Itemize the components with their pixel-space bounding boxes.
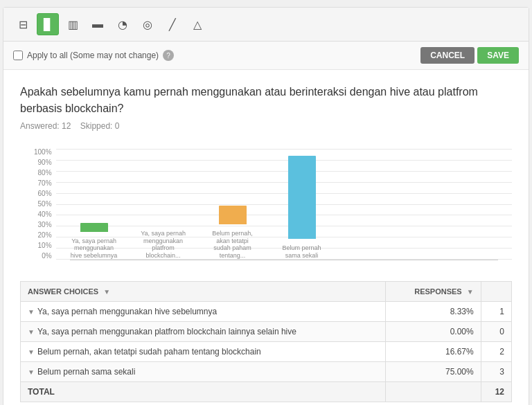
help-icon[interactable]: ? (163, 50, 174, 61)
response-count-cell: 0 (481, 322, 511, 342)
bar-group: Belum pernah, akan tetatpi sudah paham t… (209, 206, 257, 260)
answer-choice-cell: ▼Belum pernah sama sekali (21, 362, 386, 382)
area-chart-icon[interactable]: △ (186, 13, 209, 35)
col-count-header (481, 282, 511, 302)
y-axis: 0%10%20%30%40%50%60%70%80%90%100% (34, 149, 52, 260)
y-axis-label: 50% (34, 201, 52, 208)
bars-row: Ya, saya pernah menggunakan hive sebelum… (56, 149, 512, 260)
total-row: TOTAL12 (21, 382, 512, 402)
action-buttons: CANCEL SAVE (420, 47, 519, 64)
bar-group: Ya, saya pernah menggunakan platfrom blo… (139, 224, 188, 260)
bar-chart-icon[interactable]: ▊ (37, 13, 59, 35)
response-pct-cell: 8.33% (386, 302, 481, 322)
bar-x-label: Belum pernah, akan tetatpi sudah paham t… (209, 230, 257, 260)
y-axis-label: 30% (34, 222, 52, 228)
apply-all-group: Apply to all (Some may not change) ? (13, 50, 174, 61)
bar-x-label: Ya, saya pernah menggunakan hive sebelum… (70, 237, 118, 260)
y-axis-label: 80% (34, 170, 52, 177)
apply-all-checkbox[interactable] (13, 51, 23, 60)
answer-choice-cell: ▼Belum pernah, akan tetatpi sudah paham … (21, 342, 386, 362)
question-meta: Answered: 12 Skipped: 0 (20, 121, 512, 131)
cancel-button[interactable]: CANCEL (420, 47, 475, 64)
response-pct-cell: 75.00% (386, 362, 481, 382)
bar (219, 206, 247, 224)
response-count-cell: 1 (481, 302, 511, 322)
response-pct-cell: 0.00% (386, 322, 481, 342)
responses-sort-icon[interactable]: ▼ (467, 288, 474, 296)
response-count-cell: 3 (481, 362, 511, 382)
total-count-cell: 12 (481, 382, 511, 402)
y-axis-label: 70% (34, 180, 52, 187)
question-title: Apakah sebelumnya kamu pernah menggunaka… (20, 84, 512, 117)
table-row: ▼Belum pernah sama sekali75.00%3 (21, 362, 512, 382)
apply-all-label: Apply to all (Some may not change) (27, 51, 159, 60)
response-count-cell: 2 (481, 342, 511, 362)
bar (80, 223, 108, 232)
answered-value: 12 (62, 121, 71, 131)
bar-group: Belum pernah sama sekali (278, 156, 326, 260)
row-expand-icon[interactable]: ▼ (28, 328, 35, 336)
stacked-chart-icon[interactable]: ▥ (62, 13, 84, 35)
skipped-label: Skipped: (80, 121, 113, 131)
total-label-cell: TOTAL (21, 382, 386, 402)
answer-choice-cell: ▼Ya, saya pernah menggunakan hive sebelu… (21, 302, 386, 322)
skipped-value: 0 (115, 121, 120, 131)
col-responses-header: RESPONSES ▼ (386, 282, 481, 302)
column-chart-icon[interactable]: ▬ (87, 13, 109, 35)
y-axis-label: 40% (34, 211, 52, 218)
table-row: ▼Belum pernah, akan tetatpi sudah paham … (21, 342, 512, 362)
save-button[interactable]: SAVE (477, 47, 519, 64)
table-row: ▼Ya, saya pernah menggunakan platfrom bl… (21, 322, 512, 342)
table-chart-icon[interactable]: ⊟ (12, 13, 34, 35)
bar-x-label: Ya, saya pernah menggunakan platfrom blo… (139, 230, 188, 260)
col-answer-header: ANSWER CHOICES ▼ (21, 282, 386, 302)
content-area: Apakah sebelumnya kamu pernah menggunaka… (3, 70, 529, 405)
y-axis-label: 20% (34, 232, 52, 239)
y-axis-label: 0% (34, 253, 52, 260)
y-axis-label: 60% (34, 190, 52, 197)
answer-sort-icon[interactable]: ▼ (103, 288, 110, 296)
answer-table: ANSWER CHOICES ▼ RESPONSES ▼ ▼Ya, saya p… (20, 281, 512, 402)
row-expand-icon[interactable]: ▼ (28, 308, 35, 316)
chart-type-toolbar: ⊟▊▥▬◔◎╱△ (3, 8, 529, 42)
y-axis-label: 100% (34, 149, 52, 156)
response-pct-cell: 16.67% (386, 342, 481, 362)
donut-chart-icon[interactable]: ◎ (136, 13, 159, 35)
table-row: ▼Ya, saya pernah menggunakan hive sebelu… (21, 302, 512, 322)
row-expand-icon[interactable]: ▼ (28, 368, 35, 376)
line-chart-icon[interactable]: ╱ (161, 13, 184, 35)
chart-area: 0%10%20%30%40%50%60%70%80%90%100% Ya, sa… (20, 142, 512, 267)
bar-group: Ya, saya pernah menggunakan hive sebelum… (70, 223, 118, 260)
y-axis-label: 90% (34, 159, 52, 166)
y-axis-label: 10% (34, 242, 52, 249)
pie-chart-icon[interactable]: ◔ (112, 13, 134, 35)
main-card: ⊟▊▥▬◔◎╱△ Apply to all (Some may not chan… (3, 7, 529, 405)
answer-choice-cell: ▼Ya, saya pernah menggunakan platfrom bl… (21, 322, 386, 342)
bar-x-label: Belum pernah sama sekali (278, 244, 326, 260)
answered-label: Answered: (20, 121, 60, 131)
row-expand-icon[interactable]: ▼ (28, 348, 35, 356)
options-bar: Apply to all (Some may not change) ? CAN… (3, 42, 529, 70)
total-empty-cell (386, 382, 481, 402)
bar (288, 156, 316, 239)
